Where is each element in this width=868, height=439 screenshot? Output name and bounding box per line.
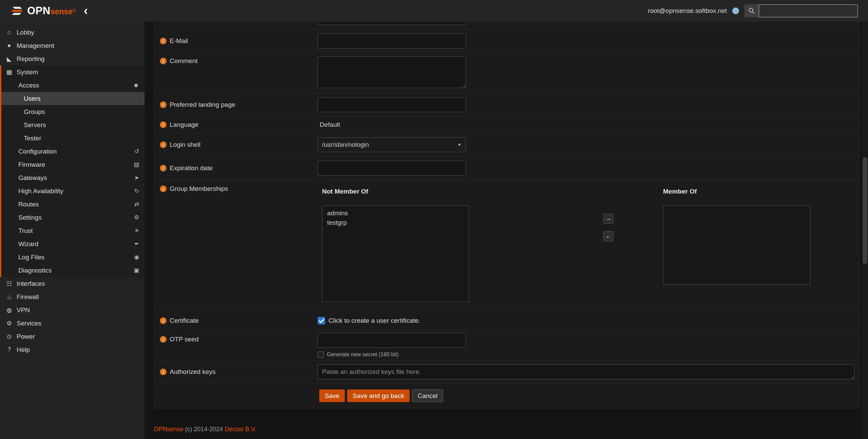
sidebar-item-wizard[interactable]: Wizard ✒ xyxy=(1,237,145,251)
sidebar-item-routes[interactable]: Routes ⇄ xyxy=(1,198,145,211)
sidebar-item-servers[interactable]: Servers xyxy=(1,118,145,132)
brand-opn: OPN xyxy=(27,5,51,17)
info-icon[interactable]: i xyxy=(160,38,167,44)
email-input[interactable] xyxy=(318,34,466,48)
cropped-input[interactable] xyxy=(318,22,466,25)
info-icon[interactable]: i xyxy=(160,336,167,343)
sidebar-item-label: Access xyxy=(18,82,39,89)
sidebar-item-access[interactable]: Access ☻ xyxy=(1,79,145,92)
logged-in-user: root@opnsense.softbox.net xyxy=(648,7,727,15)
sidebar-item-label: Log Files xyxy=(18,254,44,261)
sidebar-item-label: Power xyxy=(17,333,35,340)
form-row-cropped xyxy=(154,22,859,30)
list-item[interactable]: admins xyxy=(322,208,469,218)
info-icon[interactable]: i xyxy=(160,317,167,324)
search-input[interactable] xyxy=(759,4,858,17)
registered-mark: ® xyxy=(73,8,76,13)
form-row-otp-seed: i OTP seed Generate new secret (160 bit) xyxy=(154,330,859,361)
form-row-email: i E-Mail xyxy=(154,30,859,52)
landing-page-input[interactable] xyxy=(318,97,466,112)
add-to-group-button[interactable]: → xyxy=(603,214,614,224)
sidebar-item-firewall[interactable]: ♨ Firewall xyxy=(0,290,145,303)
save-button[interactable]: Save xyxy=(319,390,345,402)
list-item[interactable]: testgrp xyxy=(322,218,469,227)
sidebar-item-label: Gateways xyxy=(18,174,47,182)
sidebar-item-label: Configuration xyxy=(18,148,57,155)
info-icon[interactable]: i xyxy=(160,58,167,64)
gears-icon: ⚙ xyxy=(134,214,139,221)
member-of-listbox[interactable] xyxy=(663,205,810,285)
info-icon[interactable]: i xyxy=(160,101,167,108)
refresh-icon: ↻ xyxy=(134,187,139,195)
gear-icon: ⚙ xyxy=(5,320,14,327)
power-icon: ⊙ xyxy=(5,333,14,340)
sidebar-item-system[interactable]: ▦ System xyxy=(1,65,145,79)
sidebar-item-tester[interactable]: Tester xyxy=(1,132,145,145)
search-icon[interactable] xyxy=(744,4,759,17)
sidebar-item-settings[interactable]: Settings ⚙ xyxy=(1,211,145,224)
opnsense-footer-link[interactable]: OPNsense xyxy=(154,426,183,433)
top-header: OPNsense® ‹ root@opnsense.softbox.net xyxy=(0,0,868,22)
sidebar-item-services[interactable]: ⚙ Services xyxy=(0,317,145,330)
users-group-icon: ☻ xyxy=(133,82,139,89)
sidebar-item-firmware[interactable]: Firmware ▤ xyxy=(1,158,145,171)
form-row-certificate: i Certificate Click to create a user cer… xyxy=(154,312,859,330)
sidebar-item-reporting[interactable]: ◣ Reporting xyxy=(0,52,145,65)
remove-from-group-button[interactable]: ← xyxy=(603,231,614,241)
member-of-header: Member Of xyxy=(663,188,697,195)
generate-secret-label: Generate new secret (160 bit) xyxy=(327,352,399,358)
sidebar-item-trust[interactable]: Trust ✳ xyxy=(1,224,145,237)
save-and-go-back-button[interactable]: Save and go back xyxy=(347,390,410,402)
scrollbar-thumb[interactable] xyxy=(863,157,867,264)
cancel-button[interactable]: Cancel xyxy=(412,390,443,402)
deciso-footer-link[interactable]: Deciso B.V. xyxy=(225,426,256,433)
field-label: Group Memberships xyxy=(170,185,228,193)
sidebar-item-gateways[interactable]: Gateways ➤ xyxy=(1,171,145,184)
sidebar-item-log-files[interactable]: Log Files ◉ xyxy=(1,251,145,264)
generate-secret-checkbox[interactable] xyxy=(318,352,324,358)
login-shell-select[interactable]: /usr/sbin/nologin ▼ xyxy=(318,137,466,152)
sidebar-item-users[interactable]: Users xyxy=(1,92,145,105)
otp-seed-input[interactable] xyxy=(318,333,466,348)
system-section: ▦ System Access ☻ Users Groups Servers T… xyxy=(0,65,145,277)
sidebar-item-groups[interactable]: Groups xyxy=(1,105,145,118)
sidebar-item-label: Interfaces xyxy=(17,280,45,287)
sidebar-item-help[interactable]: ? Help xyxy=(0,343,145,356)
sidebar-item-label: VPN xyxy=(17,306,30,314)
field-label: OTP seed xyxy=(170,336,199,343)
info-icon[interactable]: i xyxy=(160,141,167,148)
sidebar-item-lobby[interactable]: ⌂ Lobby xyxy=(0,26,145,39)
sidebar-collapse-icon[interactable]: ‹ xyxy=(84,5,88,17)
info-icon[interactable]: i xyxy=(160,368,167,375)
sidebar-item-diagnostics[interactable]: Diagnostics ▣ xyxy=(1,264,145,277)
management-icon: ● xyxy=(5,42,14,49)
form-actions-row: Save Save and go back Cancel xyxy=(154,383,859,408)
opnsense-logo[interactable]: OPNsense® xyxy=(10,4,76,18)
info-icon[interactable]: i xyxy=(160,121,167,128)
sidebar-item-interfaces[interactable]: ☷ Interfaces xyxy=(0,277,145,290)
sidebar-item-label: Routes xyxy=(18,201,39,208)
arrow-left-icon: ← xyxy=(606,233,611,240)
comment-textarea[interactable] xyxy=(318,56,466,88)
sidebar-item-label: Reporting xyxy=(17,55,44,63)
status-dot-icon[interactable] xyxy=(732,7,739,14)
sidebar-item-label: Servers xyxy=(24,121,46,129)
sidebar-item-configuration[interactable]: Configuration ↺ xyxy=(1,145,145,158)
sidebar-item-vpn[interactable]: ◍ VPN xyxy=(0,303,145,317)
authorized-keys-textarea[interactable] xyxy=(318,364,854,379)
sidebar-item-label: Wizard xyxy=(18,240,38,248)
sidebar-item-power[interactable]: ⊙ Power xyxy=(0,330,145,343)
not-member-of-listbox[interactable]: admins testgrp xyxy=(322,205,469,302)
arrow-right-icon: → xyxy=(606,215,611,222)
sidebar-item-high-availability[interactable]: High Availability ↻ xyxy=(1,184,145,198)
info-icon[interactable]: i xyxy=(160,165,167,172)
vertical-scrollbar xyxy=(862,22,868,439)
certificate-checkbox[interactable] xyxy=(318,317,325,324)
language-value: Default xyxy=(318,121,340,128)
sidebar-item-management[interactable]: ● Management xyxy=(0,39,145,52)
sidebar-item-label: Groups xyxy=(24,108,45,116)
firmware-icon: ▤ xyxy=(134,161,139,168)
reporting-icon: ◣ xyxy=(5,55,14,63)
expiration-date-input[interactable] xyxy=(318,161,466,176)
info-icon[interactable]: i xyxy=(160,185,167,192)
